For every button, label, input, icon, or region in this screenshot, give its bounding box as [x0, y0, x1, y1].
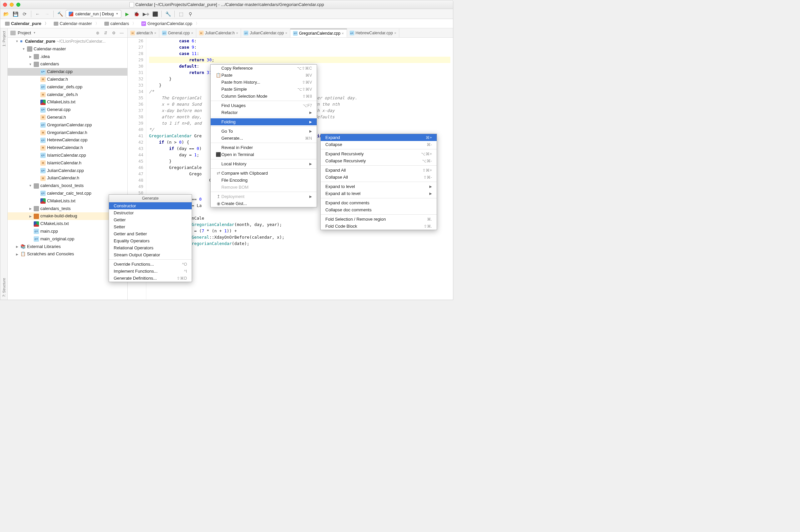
- tree-item[interactable]: HGeneral.h: [8, 114, 127, 121]
- project-tool-button[interactable]: 1: Project: [0, 30, 7, 48]
- back-icon[interactable]: ←: [34, 10, 41, 18]
- menu-item[interactable]: Find Usages⌥F7: [211, 102, 317, 109]
- tree-item[interactable]: ▶.idea: [8, 53, 127, 61]
- breadcrumb[interactable]: Calendar-master〉: [51, 20, 102, 27]
- run-icon[interactable]: ▶: [123, 10, 131, 18]
- structure-icon[interactable]: ⬚: [177, 10, 185, 18]
- tree-item[interactable]: c+General.cpp: [8, 106, 127, 114]
- close-tab-icon[interactable]: ×: [285, 31, 287, 35]
- cpp-file-icon: c+: [141, 21, 146, 26]
- close-tab-icon[interactable]: ×: [154, 31, 156, 35]
- menu-item[interactable]: ⇄Compare with Clipboard: [211, 170, 317, 177]
- menu-item[interactable]: Stream Output Operator: [109, 251, 192, 258]
- menu-item[interactable]: Expand all to level▶: [321, 190, 437, 197]
- tree-item[interactable]: c+IslamicCalendar.cpp: [8, 152, 127, 159]
- wrench-icon[interactable]: 🔧: [164, 10, 172, 18]
- menu-item[interactable]: Copy Reference⌥⇧⌘C: [211, 65, 317, 72]
- save-icon[interactable]: 💾: [12, 10, 19, 18]
- menu-item[interactable]: ◉Create Gist...: [211, 200, 317, 207]
- menu-item[interactable]: Expand All⇧⌘+: [321, 167, 437, 174]
- menu-item[interactable]: Expand to level▶: [321, 183, 437, 190]
- tree-item[interactable]: CMakeLists.txt: [8, 98, 127, 106]
- menu-item[interactable]: File Encoding: [211, 177, 317, 184]
- editor-tab[interactable]: c+General.cpp×: [159, 28, 196, 37]
- tree-item[interactable]: c+Calendar.cpp: [8, 68, 127, 76]
- editor-tab[interactable]: HJulianCalendar.h×: [196, 28, 241, 37]
- menu-item[interactable]: Implement Functions...^I: [109, 268, 192, 275]
- editor-tab[interactable]: c+GregorianCalendar.cpp×: [290, 28, 347, 37]
- menu-item[interactable]: Generate...⌘N: [211, 135, 317, 142]
- search-icon[interactable]: ⚲: [187, 10, 194, 18]
- tree-item[interactable]: c+HebrewCalendar.cpp: [8, 136, 127, 144]
- gear-icon[interactable]: ⚙: [111, 31, 117, 35]
- breadcrumb[interactable]: c+GregorianCalendar.cpp〉: [139, 20, 202, 27]
- tree-item[interactable]: HJulianCalendar.h: [8, 174, 127, 182]
- refresh-icon[interactable]: ⟳: [21, 10, 28, 18]
- run-config-selector[interactable]: calendar_run | Debug ▼: [66, 10, 121, 18]
- editor-tab[interactable]: c+HebrewCalendar.cpp×: [347, 28, 400, 37]
- menu-item[interactable]: Destructor: [109, 209, 192, 216]
- tree-item[interactable]: c+JulianCalendar.cpp: [8, 167, 127, 175]
- menu-item[interactable]: Fold Selection / Remove region⌘.: [321, 216, 437, 223]
- tree-item[interactable]: ▼Calendar-master: [8, 45, 127, 53]
- close-tab-icon[interactable]: ×: [236, 31, 238, 35]
- menu-item[interactable]: Collapse All⇧⌘-: [321, 174, 437, 180]
- menu-item[interactable]: ⬛Open in Terminal: [211, 151, 317, 158]
- menu-item[interactable]: Fold Code Block⇧⌘.: [321, 223, 437, 230]
- editor-tab[interactable]: Halendar.h×: [128, 28, 159, 37]
- menu-item[interactable]: Paste Simple⌥⇧⌘V: [211, 86, 317, 93]
- tree-item[interactable]: HIslamicCalendar.h: [8, 159, 127, 167]
- menu-item[interactable]: 📋Paste⌘V: [211, 72, 317, 79]
- menu-item[interactable]: Getter: [109, 216, 192, 223]
- open-icon[interactable]: 📂: [2, 10, 9, 18]
- menu-item[interactable]: Relational Operators: [109, 244, 192, 251]
- tree-item[interactable]: c+calendar_defs.cpp: [8, 83, 127, 91]
- build-icon[interactable]: 🔨: [56, 10, 64, 18]
- menu-item[interactable]: Expand Recursively⌥⌘+: [321, 150, 437, 157]
- project-icon: [10, 31, 16, 35]
- menu-item[interactable]: Paste from History...⇧⌘V: [211, 79, 317, 86]
- collapse-icon[interactable]: ⇵: [103, 31, 109, 35]
- forward-icon[interactable]: →: [43, 10, 51, 18]
- context-menu: Copy Reference⌥⇧⌘C📋Paste⌘VPaste from His…: [210, 64, 317, 207]
- menu-item[interactable]: Go To▶: [211, 128, 317, 135]
- debug-icon[interactable]: 🐞: [133, 10, 140, 18]
- minimize-icon[interactable]: —: [119, 31, 125, 35]
- menu-item[interactable]: Expand doc comments: [321, 200, 437, 206]
- tree-item[interactable]: Hcalendar_defs.h: [8, 91, 127, 99]
- menu-item[interactable]: Local History▶: [211, 160, 317, 167]
- menu-item[interactable]: Expand⌘+: [321, 134, 437, 141]
- menu-item[interactable]: Constructor: [109, 202, 192, 209]
- close-tab-icon[interactable]: ×: [191, 31, 193, 35]
- menu-item[interactable]: Collapse⌘-: [321, 141, 437, 148]
- tree-item[interactable]: ▼calendars: [8, 60, 127, 68]
- menu-item[interactable]: Column Selection Mode⇧⌘8: [211, 93, 317, 100]
- target-icon[interactable]: ⊕: [95, 31, 101, 35]
- breadcrumb[interactable]: Calendar_pure〉: [2, 20, 51, 27]
- menu-item[interactable]: Folding▶: [211, 118, 317, 125]
- menu-item[interactable]: Setter: [109, 223, 192, 230]
- menu-item[interactable]: Getter and Setter: [109, 230, 192, 238]
- structure-tool-button[interactable]: 7: Structure: [0, 277, 7, 298]
- ide-window: Calendar [~/CLionProjects/Calendar_pure]…: [0, 0, 453, 300]
- menu-item[interactable]: Override Functions...^O: [109, 261, 192, 268]
- tree-item[interactable]: HHebrewCalendar.h: [8, 144, 127, 152]
- menu-item[interactable]: Reveal in Finder: [211, 144, 317, 151]
- tree-item[interactable]: HGregorianCalendar.h: [8, 129, 127, 137]
- breadcrumb[interactable]: calendars〉: [102, 20, 139, 27]
- stop-icon[interactable]: ⬛: [151, 10, 159, 18]
- tree-item[interactable]: c+GregorianCalendar.cpp: [8, 121, 127, 129]
- tree-item[interactable]: ▼calendars_boost_tests: [8, 182, 127, 190]
- tree-root[interactable]: ▼Calendar_pure ~/CLionProjects/Calendar.…: [8, 38, 127, 45]
- chevron-down-icon[interactable]: ▼: [33, 31, 36, 34]
- menu-item[interactable]: Generate Definitions...⇧⌘D: [109, 275, 192, 282]
- tree-item[interactable]: HCalendar.h: [8, 76, 127, 83]
- menu-item[interactable]: Collapse Recursively⌥⌘-: [321, 157, 437, 164]
- editor-tab[interactable]: c+JulianCalendar.cpp×: [241, 28, 290, 37]
- menu-item[interactable]: Refactor▶: [211, 109, 317, 116]
- menu-item[interactable]: Equality Operators: [109, 238, 192, 244]
- menu-item[interactable]: Collapse doc comments: [321, 206, 437, 213]
- close-tab-icon[interactable]: ×: [342, 31, 344, 35]
- close-tab-icon[interactable]: ×: [394, 31, 396, 35]
- coverage-icon[interactable]: ▶⎆: [142, 10, 149, 18]
